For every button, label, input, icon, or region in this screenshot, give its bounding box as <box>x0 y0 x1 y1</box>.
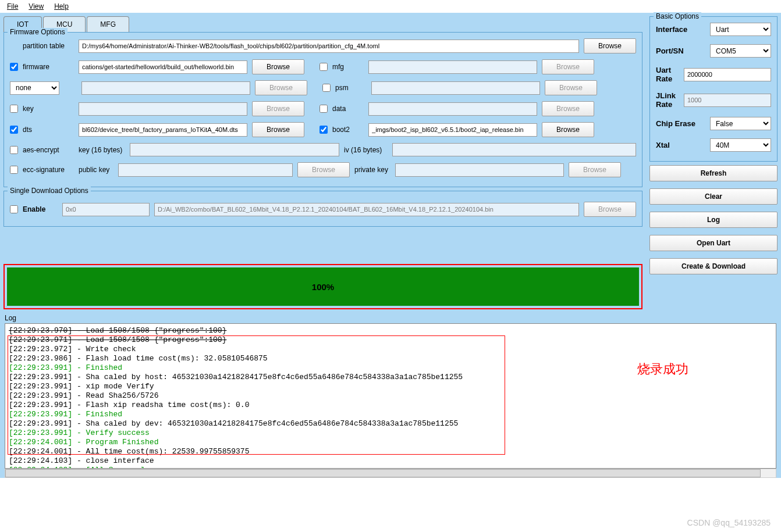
firmware-browse-button[interactable]: Browse <box>252 59 304 74</box>
key-input[interactable] <box>79 102 247 116</box>
menubar: File View Help <box>0 0 781 13</box>
log-line: [22:29:23.991] - Sha caled by dev: 46532… <box>9 419 772 429</box>
psm-checkbox[interactable] <box>322 84 331 92</box>
partition-table-input[interactable] <box>79 40 579 53</box>
mfg-input[interactable] <box>368 60 537 74</box>
key-checkbox[interactable] <box>10 105 18 113</box>
privkey-browse-button[interactable]: Browse <box>569 162 621 177</box>
partition-table-label: partition table <box>23 42 74 50</box>
log-line: [22:29:23.991] - Verify success <box>9 429 772 438</box>
chip-erase-select[interactable]: False <box>710 117 771 130</box>
firmware-input[interactable] <box>79 60 247 74</box>
log-line: [22:29:23.971] - Load 1508/1508 {"progre… <box>9 335 772 345</box>
log-section: Log 烧录成功 [22:29:23.970] - Load 1508/1508… <box>0 313 781 478</box>
psm-label: psm <box>335 84 367 92</box>
key16-input[interactable] <box>130 143 339 156</box>
psm-browse-button[interactable]: Browse <box>545 80 597 95</box>
enable-checkbox[interactable] <box>10 205 18 213</box>
none-select[interactable]: none <box>10 81 59 95</box>
boot2-checkbox[interactable] <box>320 126 328 134</box>
pubkey-browse-button[interactable]: Browse <box>297 162 350 177</box>
aes-checkbox[interactable] <box>10 146 18 154</box>
basic-options-title: Basic Options <box>654 12 701 20</box>
data-checkbox[interactable] <box>320 105 328 113</box>
ecc-label: ecc-signature <box>23 166 74 174</box>
progress-bar: 100% <box>7 267 639 306</box>
refresh-button[interactable]: Refresh <box>649 165 778 181</box>
log-line: [22:29:23.991] - xip mode Verify <box>9 382 772 391</box>
log-button[interactable]: Log <box>649 212 778 228</box>
single-browse-button[interactable]: Browse <box>584 202 636 217</box>
dts-browse-button[interactable]: Browse <box>252 122 304 137</box>
menu-view[interactable]: View <box>29 2 44 10</box>
interface-label: Interface <box>656 25 705 34</box>
addr-input[interactable] <box>62 203 150 216</box>
log-box[interactable]: 烧录成功 [22:29:23.970] - Load 1508/1508 {"p… <box>5 323 776 469</box>
log-line: [22:29:23.972] - Write check <box>9 345 772 354</box>
boot2-browse-button[interactable]: Browse <box>542 122 594 137</box>
watermark: CSDN @qq_54193285 <box>687 518 771 527</box>
jlink-rate-label: JLink Rate <box>656 91 679 109</box>
mfg-checkbox[interactable] <box>320 63 328 71</box>
key16-label: key (16 bytes) <box>79 146 125 154</box>
mfg-browse-button[interactable]: Browse <box>542 59 594 74</box>
dts-input[interactable] <box>79 123 247 137</box>
portsn-select[interactable]: COM5 <box>710 44 771 58</box>
single-path-input[interactable] <box>154 203 579 216</box>
none-browse-button[interactable]: Browse <box>255 80 307 95</box>
dts-label: dts <box>23 126 74 134</box>
log-scrollbar[interactable] <box>5 469 776 478</box>
key-browse-button[interactable]: Browse <box>252 101 304 116</box>
pubkey-input[interactable] <box>118 163 293 177</box>
menu-help[interactable]: Help <box>54 2 69 10</box>
basic-options-group: Basic Options Interface Uart Port/SN COM… <box>649 16 778 162</box>
enable-label: Enable <box>23 205 58 213</box>
data-browse-button[interactable]: Browse <box>542 101 594 116</box>
annotation-text: 烧录成功 <box>637 365 688 374</box>
boot2-input[interactable] <box>368 123 537 137</box>
xtal-select[interactable]: 40M <box>710 138 771 152</box>
tabs: IOT MCU MFG <box>3 16 642 33</box>
privkey-input[interactable] <box>395 163 564 177</box>
none-input[interactable] <box>81 81 250 95</box>
log-line: [22:29:24.001] - Program Finished <box>9 438 772 447</box>
log-line: [22:29:23.991] - Finished <box>9 410 772 419</box>
privkey-label: private key <box>354 166 390 174</box>
menu-file[interactable]: File <box>7 2 18 10</box>
firmware-options-group: Firmware Options partition table Browse … <box>3 32 642 187</box>
key-label: key <box>23 105 74 113</box>
uart-rate-label: Uart Rate <box>656 66 679 83</box>
log-line: [22:29:24.103] - close interface <box>9 456 772 466</box>
data-input[interactable] <box>368 102 537 116</box>
firmware-label: firmware <box>23 63 74 71</box>
iv16-label: iv (16 bytes) <box>344 146 388 154</box>
aes-label: aes-encrypt <box>23 146 74 154</box>
firmware-options-title: Firmware Options <box>8 28 68 36</box>
clear-button[interactable]: Clear <box>649 188 778 205</box>
uart-rate-input[interactable] <box>684 68 771 81</box>
dts-checkbox[interactable] <box>10 126 18 134</box>
data-label: data <box>332 105 364 113</box>
log-title: Log <box>5 314 776 322</box>
firmware-checkbox[interactable] <box>10 63 18 71</box>
tab-mfg[interactable]: MFG <box>87 16 129 33</box>
partition-table-browse-button[interactable]: Browse <box>584 38 636 53</box>
single-download-group: Single Download Options Enable Browse <box>3 191 642 227</box>
jlink-rate-input[interactable] <box>684 94 771 107</box>
chip-erase-label: Chip Erase <box>656 119 705 128</box>
ecc-checkbox[interactable] <box>10 166 18 174</box>
log-line: [22:29:23.991] - Flash xip readsha time … <box>9 401 772 410</box>
interface-select[interactable]: Uart <box>710 23 771 36</box>
create-download-button[interactable]: Create & Download <box>649 258 778 274</box>
log-line: [22:29:23.991] - Read Sha256/5726 <box>9 391 772 401</box>
single-download-title: Single Download Options <box>8 187 91 195</box>
psm-input[interactable] <box>371 81 540 95</box>
open-uart-button[interactable]: Open Uart <box>649 235 778 251</box>
boot2-label: boot2 <box>332 126 364 134</box>
progress-container: 100% <box>3 264 642 309</box>
pubkey-label: public key <box>79 166 113 174</box>
iv16-input[interactable] <box>392 143 636 156</box>
portsn-label: Port/SN <box>656 47 705 55</box>
xtal-label: Xtal <box>656 141 705 149</box>
log-line: [22:29:24.001] - All time cost(ms): 2253… <box>9 447 772 456</box>
